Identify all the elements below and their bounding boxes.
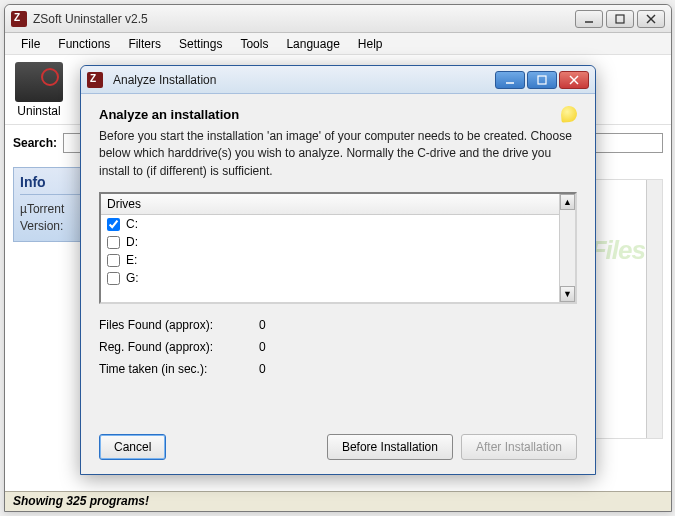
dialog-heading: Analyze an installation	[99, 107, 239, 122]
lightbulb-icon	[560, 105, 577, 122]
reg-found-label: Reg. Found (approx):	[99, 340, 259, 354]
uninstall-label: Uninstal	[17, 104, 60, 118]
files-found-label: Files Found (approx):	[99, 318, 259, 332]
menu-file[interactable]: File	[13, 35, 48, 53]
dialog-close-button[interactable]	[559, 71, 589, 89]
menu-settings[interactable]: Settings	[171, 35, 230, 53]
main-titlebar: ZSoft Uninstaller v2.5	[5, 5, 671, 33]
maximize-button[interactable]	[606, 10, 634, 28]
svg-rect-5	[538, 76, 546, 84]
time-taken-value: 0	[259, 362, 266, 376]
drive-row-c[interactable]: C:	[101, 215, 559, 233]
statusbar: Showing 325 programs!	[5, 491, 671, 511]
drive-checkbox-d[interactable]	[107, 236, 120, 249]
drive-row-e[interactable]: E:	[101, 251, 559, 269]
drive-label: E:	[126, 253, 137, 267]
info-title: Info	[20, 174, 84, 195]
analyze-dialog: Analyze Installation Analyze an installa…	[80, 65, 596, 475]
time-taken-label: Time taken (in sec.):	[99, 362, 259, 376]
scroll-down-icon[interactable]: ▼	[560, 286, 575, 302]
scroll-up-icon[interactable]: ▲	[560, 194, 575, 210]
main-window-title: ZSoft Uninstaller v2.5	[33, 12, 575, 26]
minimize-button[interactable]	[575, 10, 603, 28]
menu-help[interactable]: Help	[350, 35, 391, 53]
before-installation-button[interactable]: Before Installation	[327, 434, 453, 460]
uninstall-icon	[15, 62, 63, 102]
menu-functions[interactable]: Functions	[50, 35, 118, 53]
cancel-button[interactable]: Cancel	[99, 434, 166, 460]
svg-rect-1	[616, 15, 624, 23]
drive-checkbox-c[interactable]	[107, 218, 120, 231]
scrollbar[interactable]	[646, 180, 662, 438]
drive-checkbox-e[interactable]	[107, 254, 120, 267]
dialog-minimize-button[interactable]	[495, 71, 525, 89]
info-line2: Version:	[20, 218, 84, 235]
menu-filters[interactable]: Filters	[120, 35, 169, 53]
dialog-description: Before you start the installation 'an im…	[99, 128, 577, 180]
after-installation-button[interactable]: After Installation	[461, 434, 577, 460]
drives-header[interactable]: Drives	[101, 194, 559, 215]
drive-checkbox-g[interactable]	[107, 272, 120, 285]
drive-row-d[interactable]: D:	[101, 233, 559, 251]
menu-tools[interactable]: Tools	[232, 35, 276, 53]
dialog-app-icon	[87, 72, 103, 88]
menu-language[interactable]: Language	[278, 35, 347, 53]
reg-found-value: 0	[259, 340, 266, 354]
app-icon	[11, 11, 27, 27]
search-label: Search:	[13, 136, 57, 150]
drive-label: C:	[126, 217, 138, 231]
drives-listbox: Drives C: D: E: G: ▲	[99, 192, 577, 304]
drives-scrollbar[interactable]: ▲ ▼	[559, 194, 575, 302]
close-button[interactable]	[637, 10, 665, 28]
drive-row-g[interactable]: G:	[101, 269, 559, 287]
info-line1: µTorrent	[20, 201, 84, 218]
files-found-value: 0	[259, 318, 266, 332]
uninstall-button[interactable]: Uninstal	[15, 62, 63, 118]
dialog-maximize-button[interactable]	[527, 71, 557, 89]
drive-label: G:	[126, 271, 139, 285]
drive-label: D:	[126, 235, 138, 249]
dialog-title: Analyze Installation	[113, 73, 495, 87]
status-text: Showing 325 programs!	[13, 494, 149, 508]
dialog-titlebar: Analyze Installation	[81, 66, 595, 94]
menubar: File Functions Filters Settings Tools La…	[5, 33, 671, 55]
